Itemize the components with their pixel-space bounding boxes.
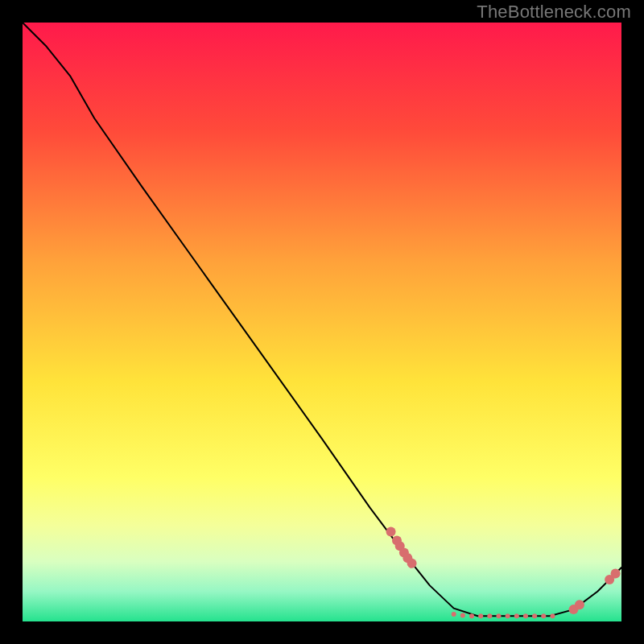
data-marker [452,612,456,617]
data-marker [469,613,474,618]
data-marker [514,613,519,618]
data-marker [506,613,510,618]
chart-frame: TheBottleneck.com [0,0,644,644]
data-marker [386,526,396,536]
data-marker [575,600,584,609]
data-marker [523,613,528,618]
gradient-background [23,23,621,621]
data-marker [487,613,492,618]
chart-plot-area [23,23,621,621]
chart-svg [23,23,621,621]
data-marker [407,559,417,568]
watermark-text: TheBottleneck.com [477,2,631,23]
data-marker [611,568,621,578]
data-marker [460,613,465,618]
data-marker [550,613,555,618]
data-marker [532,613,537,618]
data-marker [478,613,483,618]
data-marker [496,613,501,618]
data-marker [541,613,546,618]
